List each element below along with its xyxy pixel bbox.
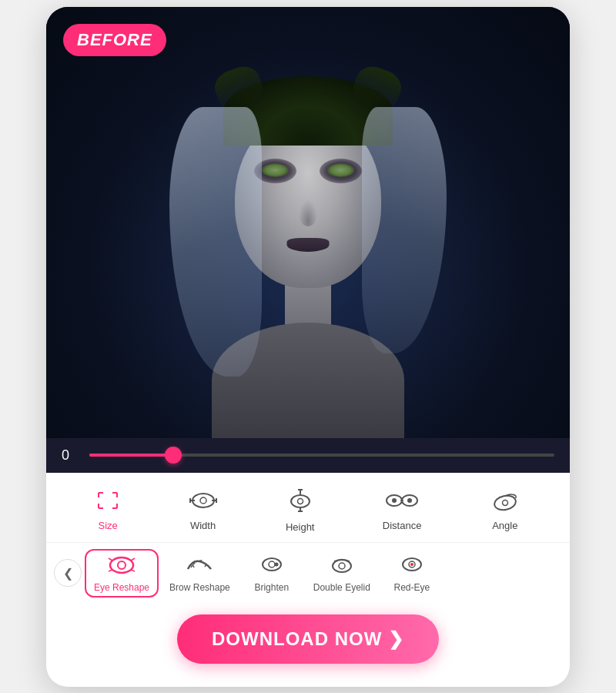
svg-line-34 xyxy=(109,570,112,571)
svg-point-27 xyxy=(502,500,507,505)
slider-row: 0 xyxy=(46,438,570,473)
red-eye-icon xyxy=(398,554,426,579)
svg-point-26 xyxy=(493,494,517,511)
svg-line-32 xyxy=(109,558,112,561)
brow-reshape-icon xyxy=(185,554,214,579)
slider-thumb[interactable] xyxy=(165,447,182,464)
svg-point-15 xyxy=(297,498,303,504)
left-eye xyxy=(262,163,289,177)
svg-point-41 xyxy=(333,560,351,572)
svg-point-14 xyxy=(291,495,310,507)
before-badge: BEFORE xyxy=(63,24,166,56)
brow-reshape-label: Brow Reshape xyxy=(169,582,230,593)
svg-line-28 xyxy=(514,494,516,496)
red-eye-label: Red-Eye xyxy=(393,582,430,593)
distance-icon xyxy=(385,490,419,515)
svg-point-8 xyxy=(192,494,214,507)
slider-fill xyxy=(89,454,173,457)
tool-height[interactable]: Height xyxy=(280,485,321,536)
resize-icon xyxy=(95,490,120,515)
svg-line-35 xyxy=(131,570,135,571)
slider-value: 0 xyxy=(62,447,77,464)
svg-point-45 xyxy=(410,563,413,566)
lips xyxy=(287,238,330,252)
width-label: Width xyxy=(190,520,216,531)
svg-point-30 xyxy=(110,557,133,573)
svg-point-23 xyxy=(407,498,412,503)
svg-point-42 xyxy=(339,563,345,569)
svg-line-33 xyxy=(131,558,135,561)
double-eyelid-icon xyxy=(328,554,356,579)
angle-label: Angle xyxy=(492,520,517,531)
height-label: Height xyxy=(286,521,315,533)
height-icon xyxy=(287,488,313,517)
chevron-left-icon: ❮ xyxy=(63,566,73,581)
tools-row-primary: Size Width xyxy=(46,473,570,543)
right-eye xyxy=(327,163,354,177)
tool-eye-reshape[interactable]: Eye Reshape xyxy=(85,549,159,598)
svg-point-9 xyxy=(200,497,206,504)
tool-size[interactable]: Size xyxy=(89,487,126,534)
tool-double-eyelid[interactable]: Double Eyelid xyxy=(306,551,378,596)
tools-row-secondary: ❮ Eye Reshape xyxy=(46,543,570,604)
angle-icon xyxy=(490,490,521,515)
tool-brighten[interactable]: Brighten xyxy=(241,551,303,596)
tool-angle[interactable]: Angle xyxy=(484,487,527,534)
svg-point-21 xyxy=(392,498,397,503)
brighten-icon xyxy=(258,554,286,579)
svg-point-39 xyxy=(269,561,275,567)
svg-point-31 xyxy=(118,561,126,569)
photo-preview xyxy=(46,7,570,438)
tool-brow-reshape[interactable]: Brow Reshape xyxy=(162,551,238,596)
eye-reshape-icon xyxy=(107,554,136,579)
size-label: Size xyxy=(99,520,118,531)
distance-label: Distance xyxy=(383,520,422,531)
nav-back-button[interactable]: ❮ xyxy=(54,559,82,587)
nose xyxy=(299,199,318,226)
download-button[interactable]: DOWNLOAD NOW ❯ xyxy=(177,614,439,664)
figure xyxy=(200,69,416,438)
width-icon xyxy=(189,490,218,515)
tool-distance[interactable]: Distance xyxy=(377,487,428,534)
tool-red-eye[interactable]: Red-Eye xyxy=(381,551,443,596)
tool-width[interactable]: Width xyxy=(182,487,224,534)
double-eyelid-label: Double Eyelid xyxy=(313,582,370,593)
svg-line-37 xyxy=(205,564,206,567)
slider-track[interactable] xyxy=(89,454,554,457)
eye-reshape-label: Eye Reshape xyxy=(94,582,149,593)
brighten-label: Brighten xyxy=(254,582,289,593)
main-card: BEFORE xyxy=(46,7,570,687)
svg-point-40 xyxy=(274,562,278,566)
svg-line-36 xyxy=(192,564,194,567)
